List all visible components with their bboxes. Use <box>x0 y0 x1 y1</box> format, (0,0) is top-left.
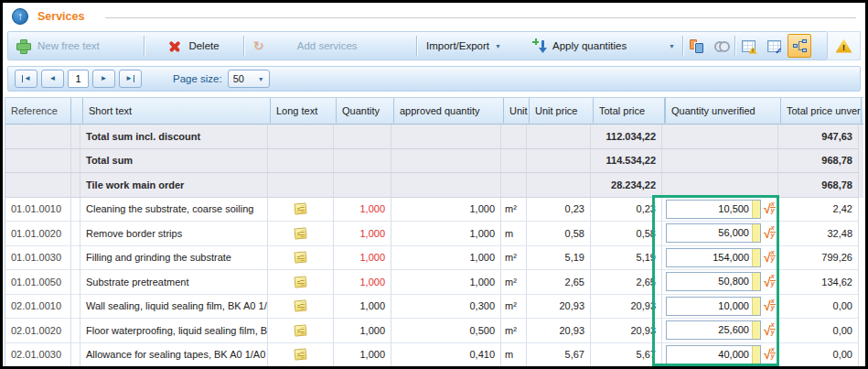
header-total-price-unverified[interactable]: Total price unverified <box>781 98 862 124</box>
short-text-cell: Cleaning the substrate, coarse soiling <box>80 198 268 222</box>
header-reference[interactable]: Reference <box>5 98 71 124</box>
note-icon[interactable] <box>295 300 307 312</box>
header-quantity[interactable]: Quantity <box>337 98 394 124</box>
title-bar: ↑ Services <box>3 3 865 30</box>
header-approved-quantity[interactable]: approved quantity <box>394 98 504 124</box>
table-check-icon: ✓ <box>767 40 781 52</box>
tree-view-button[interactable] <box>788 34 811 58</box>
quantity-unverified-cell: 25,600 √ x y <box>662 319 778 343</box>
note-icon[interactable] <box>295 203 307 215</box>
formula-icon[interactable]: √ x y <box>764 251 776 264</box>
table-row: 01.01.0020 Remove border strips 1,000 1,… <box>5 222 863 246</box>
first-page-button[interactable]: ◄ <box>15 70 38 88</box>
long-text-cell[interactable] <box>268 198 334 222</box>
delete-button[interactable]: Delete <box>145 33 243 59</box>
quantity-unverified-input[interactable]: 40,000 <box>666 345 761 364</box>
total-price-cell: 20,93 <box>591 295 662 320</box>
approved-quantity-cell: 1,000 <box>391 198 501 222</box>
copy-structure-button[interactable] <box>684 34 708 58</box>
quantity-unverified-cell: 10,500 √ x y <box>662 198 778 222</box>
search-button[interactable] <box>710 34 734 58</box>
page-size-value: 50 <box>233 73 244 84</box>
formula-icon[interactable]: √ x y <box>764 227 776 240</box>
show-verified-button[interactable]: ✓ <box>762 34 786 58</box>
long-text-cell[interactable] <box>268 270 334 295</box>
spacer-cell <box>71 270 80 295</box>
quantity-unverified-cell: 56,000 √ x y <box>662 222 778 246</box>
import-export-button[interactable]: Import/Export ▼ <box>417 33 525 59</box>
quantity-unverified-input[interactable]: 154,000 <box>666 248 761 267</box>
page-number-input[interactable] <box>68 70 89 88</box>
quantity-cell: 1,000 <box>334 343 391 368</box>
page-size-select[interactable]: 50 ▼ <box>228 70 270 88</box>
note-icon[interactable] <box>295 227 307 239</box>
header-quantity-unverified[interactable]: Quantity unverified <box>665 98 781 124</box>
formula-icon[interactable]: √ x y <box>764 348 776 361</box>
approved-quantity-cell: 0,300 <box>391 295 501 320</box>
reference-cell: 01.01.0020 <box>5 222 71 246</box>
previous-page-button[interactable]: ◄ <box>41 70 64 88</box>
note-icon[interactable] <box>295 252 307 264</box>
header-long-text[interactable]: Long text <box>271 98 337 124</box>
collapse-up-icon[interactable]: ↑ <box>12 8 28 25</box>
add-services-button[interactable]: ↻ Add services <box>244 33 416 59</box>
long-text-cell[interactable] <box>268 246 334 271</box>
long-text-cell[interactable] <box>268 319 334 343</box>
spacer-cell <box>71 319 80 343</box>
header-spacer <box>71 98 83 124</box>
table-row: 01.01.0050 Substrate pretreatment 1,000 … <box>5 270 863 295</box>
quantity-unverified-input[interactable]: 56,000 <box>666 223 761 243</box>
next-page-icon: ► <box>101 75 108 82</box>
add-services-label: Add services <box>297 40 358 51</box>
header-unit[interactable]: Unit <box>504 98 530 124</box>
modified-indicator <box>752 273 760 290</box>
import-export-label: Import/Export <box>426 40 489 51</box>
table-row: 02.01.0010 Wall sealing, liquid sealing … <box>5 295 863 320</box>
quantity-unverified-cell: 50,800 √ x y <box>662 270 778 295</box>
toolbar-separator <box>682 36 683 56</box>
table-row: 01.01.0010 Cleaning the substrate, coars… <box>5 198 863 222</box>
header-short-text[interactable]: Short text <box>83 98 271 124</box>
total-price-unverified-cell: 0,00 <box>778 319 859 343</box>
quantity-unverified-input[interactable]: 10,500 <box>666 200 761 219</box>
note-icon[interactable] <box>295 276 307 288</box>
show-unverified-button[interactable]: ! <box>736 34 760 58</box>
quantity-unverified-cell: 154,000 √ x y <box>662 246 778 271</box>
unit-cell: m <box>501 343 527 368</box>
quantity-unverified-input[interactable]: 10,000 <box>666 297 761 316</box>
summary-row: Total sum 114.534,22 968,78 <box>5 149 863 174</box>
chevron-down-icon: ▼ <box>258 76 264 82</box>
unit-price-cell: 20,93 <box>527 319 591 343</box>
modified-indicator <box>752 201 760 218</box>
apply-quantities-icon <box>532 38 547 53</box>
delete-label: Delete <box>188 40 219 51</box>
quantity-unverified-input[interactable]: 25,600 <box>666 320 761 340</box>
quantity-cell: 1,000 <box>334 319 391 343</box>
header-total-price[interactable]: Total price <box>594 98 665 124</box>
previous-page-icon: ◄ <box>49 75 57 82</box>
long-text-cell[interactable] <box>268 222 334 246</box>
apply-quantities-button[interactable]: Apply quantities ▼ <box>525 33 682 59</box>
note-icon[interactable] <box>295 349 307 361</box>
note-icon[interactable] <box>295 324 307 336</box>
total-price-cell: 5,19 <box>591 246 662 271</box>
next-page-button[interactable]: ► <box>92 70 115 88</box>
last-page-button[interactable]: ► <box>119 70 142 88</box>
pager: ◄ ◄ ► ► Page size: 50 ▼ <box>7 66 861 92</box>
long-text-cell[interactable] <box>268 343 334 368</box>
formula-icon[interactable]: √ x y <box>764 202 776 215</box>
formula-icon[interactable]: √ x y <box>764 276 776 288</box>
new-free-text-button[interactable]: New free text <box>8 33 144 59</box>
formula-icon[interactable]: √ x y <box>764 324 776 337</box>
reference-cell: 01.01.0050 <box>5 270 71 295</box>
spacer-cell <box>71 198 80 222</box>
formula-icon[interactable]: √ x y <box>764 299 776 312</box>
total-price-cell: 5,67 <box>591 343 662 368</box>
total-price-cell: 0,23 <box>591 198 662 222</box>
spacer-cell <box>71 222 80 246</box>
total-price-unverified-cell: 2,42 <box>778 198 859 222</box>
quantity-cell: 1,000 <box>334 270 391 295</box>
header-unit-price[interactable]: Unit price <box>530 98 594 124</box>
quantity-unverified-input[interactable]: 50,800 <box>666 272 761 291</box>
long-text-cell[interactable] <box>268 295 334 320</box>
